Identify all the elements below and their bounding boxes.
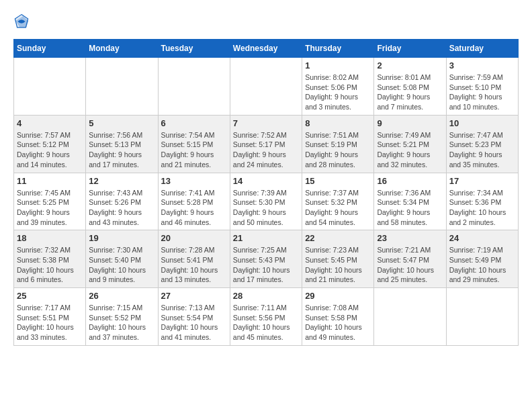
day-number: 3 <box>449 60 515 71</box>
calendar-cell: 6Sunrise: 7:54 AM Sunset: 5:15 PM Daylig… <box>158 115 230 173</box>
day-info: Sunrise: 7:39 AM Sunset: 5:30 PM Dayligh… <box>233 188 299 228</box>
calendar-cell: 16Sunrise: 7:36 AM Sunset: 5:34 PM Dayli… <box>374 173 446 230</box>
calendar-cell: 15Sunrise: 7:37 AM Sunset: 5:32 PM Dayli… <box>302 173 374 230</box>
calendar-cell: 20Sunrise: 7:28 AM Sunset: 5:41 PM Dayli… <box>158 230 230 288</box>
calendar-cell: 23Sunrise: 7:21 AM Sunset: 5:47 PM Dayli… <box>374 230 446 288</box>
weekday-header-thursday: Thursday <box>302 40 374 58</box>
calendar-cell: 10Sunrise: 7:47 AM Sunset: 5:23 PM Dayli… <box>446 115 518 173</box>
calendar-cell: 27Sunrise: 7:13 AM Sunset: 5:54 PM Dayli… <box>158 288 230 346</box>
day-number: 5 <box>89 118 154 128</box>
calendar-cell: 13Sunrise: 7:41 AM Sunset: 5:28 PM Dayli… <box>158 173 230 230</box>
day-info: Sunrise: 7:21 AM Sunset: 5:47 PM Dayligh… <box>377 245 443 285</box>
day-info: Sunrise: 8:02 AM Sunset: 5:06 PM Dayligh… <box>305 73 371 112</box>
calendar-cell: 21Sunrise: 7:25 AM Sunset: 5:43 PM Dayli… <box>230 230 302 288</box>
weekday-header-tuesday: Tuesday <box>158 40 230 58</box>
calendar-cell: 4Sunrise: 7:57 AM Sunset: 5:12 PM Daylig… <box>14 115 86 173</box>
weekday-header-friday: Friday <box>374 40 446 58</box>
calendar-cell: 1Sunrise: 8:02 AM Sunset: 5:06 PM Daylig… <box>302 58 374 116</box>
day-number: 24 <box>449 233 515 243</box>
day-info: Sunrise: 7:08 AM Sunset: 5:58 PM Dayligh… <box>305 303 371 342</box>
calendar-cell: 9Sunrise: 7:49 AM Sunset: 5:21 PM Daylig… <box>374 115 446 173</box>
day-info: Sunrise: 7:32 AM Sunset: 5:38 PM Dayligh… <box>17 245 83 285</box>
day-number: 14 <box>233 176 299 186</box>
day-info: Sunrise: 7:51 AM Sunset: 5:19 PM Dayligh… <box>305 130 371 170</box>
day-number: 22 <box>305 233 371 243</box>
day-info: Sunrise: 7:47 AM Sunset: 5:23 PM Dayligh… <box>449 130 515 170</box>
day-number: 26 <box>89 291 154 301</box>
day-info: Sunrise: 7:36 AM Sunset: 5:34 PM Dayligh… <box>377 188 443 228</box>
calendar-week-4: 18Sunrise: 7:32 AM Sunset: 5:38 PM Dayli… <box>14 230 519 288</box>
day-number: 28 <box>233 291 299 301</box>
calendar-week-3: 11Sunrise: 7:45 AM Sunset: 5:25 PM Dayli… <box>14 173 519 230</box>
calendar-cell: 2Sunrise: 8:01 AM Sunset: 5:08 PM Daylig… <box>374 58 446 116</box>
calendar-cell <box>86 58 158 116</box>
day-number: 25 <box>17 291 83 301</box>
day-number: 1 <box>305 60 371 71</box>
calendar-cell: 26Sunrise: 7:15 AM Sunset: 5:52 PM Dayli… <box>86 288 158 346</box>
weekday-header-wednesday: Wednesday <box>230 40 302 58</box>
day-number: 7 <box>233 118 299 128</box>
day-info: Sunrise: 7:13 AM Sunset: 5:54 PM Dayligh… <box>161 303 227 342</box>
day-number: 15 <box>305 176 371 186</box>
calendar-cell: 25Sunrise: 7:17 AM Sunset: 5:51 PM Dayli… <box>14 288 86 346</box>
weekday-header-monday: Monday <box>86 40 158 58</box>
day-info: Sunrise: 7:17 AM Sunset: 5:51 PM Dayligh… <box>17 303 83 342</box>
day-number: 17 <box>449 176 515 186</box>
calendar-cell: 19Sunrise: 7:30 AM Sunset: 5:40 PM Dayli… <box>86 230 158 288</box>
calendar-cell: 7Sunrise: 7:52 AM Sunset: 5:17 PM Daylig… <box>230 115 302 173</box>
day-info: Sunrise: 7:30 AM Sunset: 5:40 PM Dayligh… <box>89 245 154 285</box>
day-info: Sunrise: 7:56 AM Sunset: 5:13 PM Dayligh… <box>89 130 154 170</box>
logo-icon <box>13 13 30 30</box>
page-header <box>13 13 519 32</box>
day-number: 16 <box>377 176 443 186</box>
day-number: 4 <box>17 118 83 128</box>
calendar-cell: 24Sunrise: 7:19 AM Sunset: 5:49 PM Dayli… <box>446 230 518 288</box>
logo <box>13 13 31 32</box>
day-info: Sunrise: 7:59 AM Sunset: 5:10 PM Dayligh… <box>449 73 515 112</box>
day-number: 23 <box>377 233 443 243</box>
day-info: Sunrise: 7:37 AM Sunset: 5:32 PM Dayligh… <box>305 188 371 228</box>
calendar-cell: 3Sunrise: 7:59 AM Sunset: 5:10 PM Daylig… <box>446 58 518 116</box>
calendar-cell <box>14 58 86 116</box>
day-number: 8 <box>305 118 371 128</box>
day-number: 29 <box>305 291 371 301</box>
calendar-table: SundayMondayTuesdayWednesdayThursdayFrid… <box>13 39 519 346</box>
day-number: 6 <box>161 118 227 128</box>
calendar-cell: 14Sunrise: 7:39 AM Sunset: 5:30 PM Dayli… <box>230 173 302 230</box>
calendar-cell <box>158 58 230 116</box>
weekday-header-sunday: Sunday <box>14 40 86 58</box>
calendar-week-5: 25Sunrise: 7:17 AM Sunset: 5:51 PM Dayli… <box>14 288 519 346</box>
calendar-cell: 11Sunrise: 7:45 AM Sunset: 5:25 PM Dayli… <box>14 173 86 230</box>
day-number: 19 <box>89 233 154 243</box>
calendar-cell: 18Sunrise: 7:32 AM Sunset: 5:38 PM Dayli… <box>14 230 86 288</box>
day-info: Sunrise: 7:54 AM Sunset: 5:15 PM Dayligh… <box>161 130 227 170</box>
day-info: Sunrise: 7:49 AM Sunset: 5:21 PM Dayligh… <box>377 130 443 170</box>
calendar-cell: 29Sunrise: 7:08 AM Sunset: 5:58 PM Dayli… <box>302 288 374 346</box>
day-number: 11 <box>17 176 83 186</box>
day-info: Sunrise: 7:52 AM Sunset: 5:17 PM Dayligh… <box>233 130 299 170</box>
calendar-week-2: 4Sunrise: 7:57 AM Sunset: 5:12 PM Daylig… <box>14 115 519 173</box>
day-number: 2 <box>377 60 443 71</box>
day-info: Sunrise: 7:28 AM Sunset: 5:41 PM Dayligh… <box>161 245 227 285</box>
day-info: Sunrise: 7:25 AM Sunset: 5:43 PM Dayligh… <box>233 245 299 285</box>
day-info: Sunrise: 7:57 AM Sunset: 5:12 PM Dayligh… <box>17 130 83 170</box>
day-info: Sunrise: 7:45 AM Sunset: 5:25 PM Dayligh… <box>17 188 83 228</box>
day-number: 10 <box>449 118 515 128</box>
calendar-cell: 12Sunrise: 7:43 AM Sunset: 5:26 PM Dayli… <box>86 173 158 230</box>
calendar-cell: 17Sunrise: 7:34 AM Sunset: 5:36 PM Dayli… <box>446 173 518 230</box>
day-number: 27 <box>161 291 227 301</box>
calendar-cell <box>230 58 302 116</box>
calendar-cell <box>374 288 446 346</box>
calendar-cell: 28Sunrise: 7:11 AM Sunset: 5:56 PM Dayli… <box>230 288 302 346</box>
day-info: Sunrise: 8:01 AM Sunset: 5:08 PM Dayligh… <box>377 73 443 112</box>
calendar-cell: 5Sunrise: 7:56 AM Sunset: 5:13 PM Daylig… <box>86 115 158 173</box>
day-info: Sunrise: 7:19 AM Sunset: 5:49 PM Dayligh… <box>449 245 515 285</box>
calendar-week-1: 1Sunrise: 8:02 AM Sunset: 5:06 PM Daylig… <box>14 58 519 116</box>
day-info: Sunrise: 7:43 AM Sunset: 5:26 PM Dayligh… <box>89 188 154 228</box>
day-number: 9 <box>377 118 443 128</box>
calendar-cell: 22Sunrise: 7:23 AM Sunset: 5:45 PM Dayli… <box>302 230 374 288</box>
day-number: 12 <box>89 176 154 186</box>
day-number: 21 <box>233 233 299 243</box>
day-info: Sunrise: 7:34 AM Sunset: 5:36 PM Dayligh… <box>449 188 515 228</box>
day-info: Sunrise: 7:23 AM Sunset: 5:45 PM Dayligh… <box>305 245 371 285</box>
